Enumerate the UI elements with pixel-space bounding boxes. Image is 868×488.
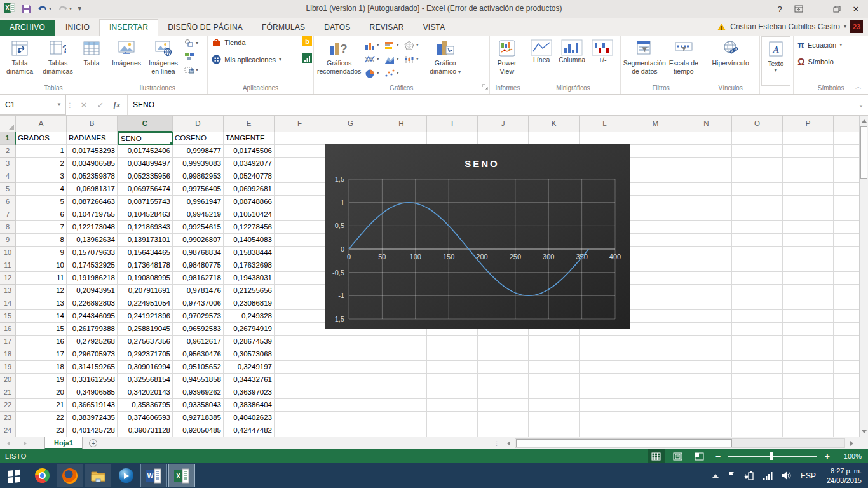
cell-C24[interactable]: 0,390731128 <box>118 424 173 437</box>
cell-I20[interactable] <box>427 374 478 386</box>
cell-P8[interactable] <box>783 221 834 234</box>
view-page-break-button[interactable] <box>691 449 708 463</box>
cell-B23[interactable]: 0,383972435 <box>67 412 118 424</box>
cell-D21[interactable]: 0,93969262 <box>173 386 224 399</box>
cell-I23[interactable] <box>427 412 478 424</box>
row-header-21[interactable]: 21 <box>0 386 16 399</box>
cell-H24[interactable] <box>376 424 427 437</box>
cell-D6[interactable]: 0,9961947 <box>173 196 224 208</box>
cell-O21[interactable] <box>732 386 783 399</box>
view-normal-button[interactable] <box>648 449 665 463</box>
cell-J22[interactable] <box>478 399 529 412</box>
cell-M2[interactable] <box>630 145 681 158</box>
cell-L20[interactable] <box>580 374 630 386</box>
cell-E5[interactable]: 0,06992681 <box>224 183 275 196</box>
cell-A16[interactable]: 15 <box>16 323 67 336</box>
column-header-D[interactable]: D <box>173 116 224 132</box>
cell-F6[interactable] <box>275 196 325 208</box>
cell-K21[interactable] <box>529 386 580 399</box>
cell-G22[interactable] <box>325 399 376 412</box>
help-button[interactable]: ? <box>770 1 789 17</box>
cell-B9[interactable]: 0,13962634 <box>67 234 118 247</box>
store-button[interactable]: Tienda <box>209 36 302 48</box>
cell-D24[interactable]: 0,92050485 <box>173 424 224 437</box>
zoom-level[interactable]: 100% <box>837 452 862 460</box>
undo-button[interactable]: ▾ <box>37 4 51 13</box>
row-header-10[interactable]: 10 <box>0 247 16 259</box>
cell-P1[interactable] <box>783 132 834 145</box>
cell-M3[interactable] <box>630 158 681 170</box>
cell-A12[interactable]: 11 <box>16 272 67 285</box>
cell-E7[interactable]: 0,10510424 <box>224 208 275 221</box>
cell-N3[interactable] <box>681 158 732 170</box>
cell-B12[interactable]: 0,191986218 <box>67 272 118 285</box>
taskbar-chrome-button[interactable] <box>28 463 56 488</box>
cell-A15[interactable]: 14 <box>16 310 67 323</box>
cell-B4[interactable]: 0,052359878 <box>67 170 118 183</box>
cell-B6[interactable]: 0,087266463 <box>67 196 118 208</box>
column-header-G[interactable]: G <box>325 116 376 132</box>
cell-O16[interactable] <box>732 323 783 336</box>
cell-C17[interactable]: 0,275637356 <box>118 336 173 348</box>
cell-G1[interactable] <box>325 132 376 145</box>
cell-K22[interactable] <box>529 399 580 412</box>
taskbar-explorer-button[interactable] <box>85 464 111 487</box>
cell-I1[interactable] <box>427 132 478 145</box>
horizontal-scroll-thumb[interactable] <box>516 439 732 447</box>
pictures-button[interactable]: Imágenes <box>109 36 144 82</box>
zoom-slider-thumb[interactable] <box>770 452 773 460</box>
cell-K23[interactable] <box>529 412 580 424</box>
insert-function-button[interactable]: fx <box>109 100 125 110</box>
cell-M10[interactable] <box>630 247 681 259</box>
vertical-scrollbar[interactable] <box>859 116 868 437</box>
cell-C18[interactable]: 0,292371705 <box>118 348 173 361</box>
cell-E1[interactable]: TANGENTE <box>224 132 275 145</box>
cell-E3[interactable]: 0,03492077 <box>224 158 275 170</box>
screenshot-button[interactable]: ▾ <box>184 65 198 74</box>
cell-C3[interactable]: 0,034899497 <box>118 158 173 170</box>
cell-D16[interactable]: 0,96592583 <box>173 323 224 336</box>
cell-J20[interactable] <box>478 374 529 386</box>
cell-B19[interactable]: 0,314159265 <box>67 361 118 374</box>
cell-L17[interactable] <box>580 336 630 348</box>
equation-button[interactable]: π Ecuación ▾ <box>795 39 844 51</box>
cell-F11[interactable] <box>275 259 325 272</box>
cell-H17[interactable] <box>376 336 427 348</box>
column-header-M[interactable]: M <box>630 116 681 132</box>
cell-A21[interactable]: 20 <box>16 386 67 399</box>
cell-N16[interactable] <box>681 323 732 336</box>
row-header-3[interactable]: 3 <box>0 158 16 170</box>
cell-E20[interactable]: 0,34432761 <box>224 374 275 386</box>
insert-stock-chart-button[interactable]: ▾ <box>404 55 424 64</box>
sparkline-column-button[interactable]: Columna <box>555 36 588 64</box>
smartart-button[interactable] <box>184 52 198 61</box>
taskbar-clock[interactable]: 8:27 p. m. 24/03/2015 <box>824 466 862 485</box>
cell-O1[interactable] <box>732 132 783 145</box>
cell-A13[interactable]: 12 <box>16 285 67 297</box>
cell-H23[interactable] <box>376 412 427 424</box>
formula-input[interactable]: SENO <box>128 95 854 115</box>
hscroll-left-icon[interactable] <box>503 438 513 448</box>
cell-K18[interactable] <box>529 348 580 361</box>
cell-F9[interactable] <box>275 234 325 247</box>
cell-J23[interactable] <box>478 412 529 424</box>
pivot-table-button[interactable]: Tabla dinámica <box>1 36 38 82</box>
volume-icon[interactable] <box>782 471 792 480</box>
cell-C15[interactable]: 0,241921896 <box>118 310 173 323</box>
cell-B7[interactable]: 0,104719755 <box>67 208 118 221</box>
cell-N1[interactable] <box>681 132 732 145</box>
row-header-20[interactable]: 20 <box>0 374 16 386</box>
formula-bar-splitter[interactable]: ⋮ <box>66 95 74 115</box>
cell-C20[interactable]: 0,325568154 <box>118 374 173 386</box>
cell-P14[interactable] <box>783 297 834 310</box>
cell-N4[interactable] <box>681 170 732 183</box>
cell-N24[interactable] <box>681 424 732 437</box>
sheet-nav-right-icon[interactable] <box>17 437 33 449</box>
cell-H1[interactable] <box>376 132 427 145</box>
hyperlink-button[interactable]: Hipervínculo <box>703 36 758 82</box>
pivot-chart-button[interactable]: Gráfico dinámico ▾ <box>425 36 466 82</box>
cell-A18[interactable]: 17 <box>16 348 67 361</box>
cell-C12[interactable]: 0,190808995 <box>118 272 173 285</box>
cell-D23[interactable]: 0,92718385 <box>173 412 224 424</box>
recommended-pivot-tables-button[interactable]: ? Tablas dinámicas <box>38 36 78 82</box>
